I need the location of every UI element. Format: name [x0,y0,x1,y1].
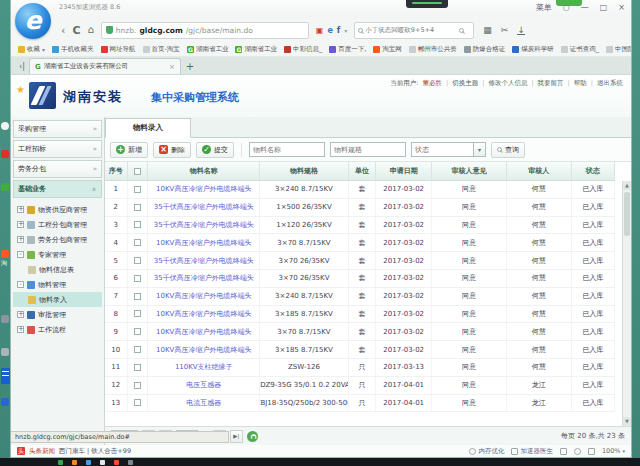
search-button[interactable]: 查询 [491,142,525,158]
table-row[interactable]: 910KV高压冷缩户外电缆终端头3×70 8.7/15KV套2017-03-02… [105,323,615,341]
row-checkbox[interactable] [134,257,141,264]
row-checkbox-cell[interactable] [128,252,149,269]
taskbar-app-icon[interactable] [114,460,119,465]
table-row[interactable]: 11110KV支柱绝缘子ZSW-126只2017-03-13同意何慧已入库 [105,359,615,377]
taskbar-app-icon[interactable] [72,460,77,465]
row-checkbox-cell[interactable] [128,359,149,376]
header-link[interactable]: 切换主题 [452,79,478,88]
back-button[interactable]: ‹ [61,25,65,36]
sidebar-panel[interactable]: 工程招标» [13,140,102,158]
news-label[interactable]: 头条新闻 [29,447,55,456]
sidebar-panel[interactable]: 采购管理» [13,120,102,138]
material-name-link[interactable]: 10KV高压冷缩户外电缆终端头 [148,306,260,323]
status-filter[interactable]: ▾ [411,142,486,157]
material-name-link[interactable]: 10KV高压冷缩户外电缆终端头 [148,323,260,340]
bookmark-item[interactable]: 淘宝网 [373,45,402,54]
desktop-icon-computer[interactable] [1,348,9,356]
table-row[interactable]: 12电压互感器JDZ9-35G 35/0.1 0.2 20VA只2017-04-… [105,377,615,395]
compat-ie-icon[interactable]: ▣ [316,26,324,35]
row-checkbox-cell[interactable] [128,199,149,216]
table-row[interactable]: 710KV高压冷缩户外电缆终端头3×240 8.7/15KV套2017-03-0… [105,288,615,306]
row-checkbox[interactable] [134,328,141,335]
add-button[interactable]: +新增 [110,142,148,158]
row-checkbox[interactable] [134,310,141,317]
table-row[interactable]: 410KV高压冷缩户外电缆终端头3×70 8.7/15KV套2017-03-02… [105,234,615,252]
row-checkbox-cell[interactable] [128,234,149,251]
tree-item[interactable]: +工程分包商管理 [13,217,102,232]
network-icon[interactable] [560,448,567,455]
tree-toggle-icon[interactable]: - [17,281,24,288]
tree-item[interactable]: 物料信息表 [13,262,102,277]
desktop-icon-gamepad[interactable] [1,315,9,323]
material-spec-filter[interactable] [330,142,406,157]
material-name-link[interactable]: 10KV高压冷缩户外电缆终端头 [148,234,260,251]
refresh-grid-icon[interactable]: C [247,431,258,442]
header-checkbox[interactable] [134,168,141,175]
scroll-up-icon[interactable]: ▲ [623,181,631,190]
maximize-button[interactable]: □ [600,3,608,12]
close-button[interactable]: × [618,3,625,12]
header-link[interactable]: 退出系统 [597,79,623,88]
row-checkbox[interactable] [134,364,141,371]
news-ticker[interactable]: 西门康车 | 铁人合击+99 [59,447,131,456]
address-bar[interactable]: hnzb.gldcg.com/gjc/base/main.do [101,22,309,39]
tab-material-entry[interactable]: 物料录入 [105,118,191,138]
taskbar-app-icon[interactable] [128,460,133,465]
row-checkbox[interactable] [134,221,141,228]
tree-item[interactable]: +劳务分包商管理 [13,232,102,247]
row-checkbox-cell[interactable] [128,217,149,234]
row-checkbox[interactable] [134,275,141,282]
scrollbar-thumb[interactable] [624,192,630,236]
bookmark-item[interactable]: 收藏▾ [18,45,45,54]
bookmark-item[interactable]: 百度一下, [329,45,366,54]
tree-toggle-icon[interactable]: + [17,326,24,333]
table-row[interactable]: 635千伏高压冷缩户外电缆终端头3×70 26/35KV套2017-03-02同… [105,270,615,288]
browser-tab[interactable]: G 湖南省工业设备安装有限公司 × [29,58,181,74]
status-filter-input[interactable] [411,142,473,157]
speaker-icon[interactable] [574,448,581,455]
bookmark-item[interactable]: 中彩信息_ [284,45,322,54]
column-header[interactable]: 物料名称 [148,162,260,180]
bookmark-item[interactable]: 首页-淘宝 [143,45,180,54]
row-checkbox-cell[interactable] [128,377,149,394]
desktop-icon-video-player[interactable] [1,398,9,406]
tree-toggle-icon[interactable]: + [17,311,24,318]
home-button[interactable]: ⌂ [87,25,93,35]
table-row[interactable]: 235千伏高压冷缩户外电缆终端头1×500 26/35KV套2017-03-02… [105,199,615,217]
column-header[interactable]: 状态 [572,162,615,180]
table-row[interactable]: 110KV高压冷缩户外电缆终端头3×240 8.7/15KV套2017-03-0… [105,181,615,199]
flash-icon[interactable]: f [337,26,340,35]
material-name-link[interactable]: 10KV高压冷缩户外电缆终端头 [148,341,260,358]
row-checkbox[interactable] [134,239,141,246]
bookmark-item[interactable]: 证书查询_ [561,45,599,54]
bookmark-item[interactable]: G湖南省工业 [235,45,277,54]
desktop-icon-2345[interactable] [1,150,9,158]
downloads-tray-icon[interactable] [588,448,595,455]
desktop-icon-green-app[interactable] [1,183,9,191]
header-link[interactable]: 我要留言 [538,79,564,88]
skin-icon[interactable]: ○ [563,3,570,12]
status-dropdown-icon[interactable]: ▾ [473,142,486,157]
bookmark-item[interactable]: 煤炭科学研 [512,45,554,54]
row-checkbox-cell[interactable] [128,323,149,340]
bookmark-item[interactable]: 防爆合格证 [464,45,506,54]
search-input[interactable] [365,26,457,34]
column-header[interactable]: 序号 [105,162,128,180]
header-link[interactable]: 修改个人信息 [488,79,527,88]
apps-grid-icon[interactable]: ▦ [483,25,492,35]
tree-item[interactable]: 物料录入 [13,292,102,307]
windows-taskbar[interactable] [0,458,640,466]
row-checkbox[interactable] [134,382,141,389]
search-go-icon[interactable] [459,28,464,33]
row-checkbox[interactable] [134,293,141,300]
delete-button[interactable]: ×删除 [153,142,191,158]
bookmark-item[interactable]: 郴州市公共资 [409,45,457,54]
speed-doctor-tool[interactable]: 加速器医生 [511,447,553,456]
grid-scrollbar[interactable]: ▲ ▼ [622,181,631,426]
table-row[interactable]: 810KV高压冷缩户外电缆终端头3×185 8.7/15KV套2017-03-0… [105,306,615,324]
column-header[interactable] [128,162,149,180]
bookmark-item[interactable]: 网址导航 [101,45,136,54]
submit-button[interactable]: ✓提交 [196,142,234,158]
table-row[interactable]: 13电流互感器LZZBJ18-35Q/250b/2 300-500/…只2017… [105,395,615,413]
tree-toggle-icon[interactable]: + [17,236,24,243]
